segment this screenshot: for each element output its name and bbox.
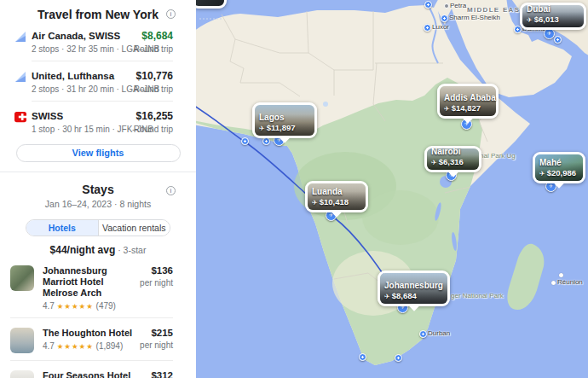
- flight-row[interactable]: SWISS 1 stop · 30 hr 15 min · JFK–JNB $1…: [14, 110, 173, 135]
- destination-card-mahe[interactable]: Mahé ✈$20,986: [533, 152, 585, 183]
- destination-card-text: Luanda ✈$10,418: [312, 187, 349, 207]
- destination-card-nairobi[interactable]: Nairobi ✈$6,316: [424, 146, 481, 172]
- map-label-luxor: Luxor: [432, 23, 449, 31]
- plane-icon: ✈: [431, 159, 437, 166]
- destination-price: ✈$6,013: [527, 15, 559, 25]
- divider: [10, 360, 173, 361]
- flight-row[interactable]: United, Lufthansa 2 stops · 31 hr 20 min…: [14, 70, 173, 95]
- poi-marker-durban[interactable]: [419, 330, 427, 338]
- destination-card-text: Lagos ✈$11,897: [259, 113, 296, 133]
- poi-marker-capetown[interactable]: [359, 353, 366, 361]
- map-label-sharm: Sharm El-Sheikh: [449, 14, 500, 21]
- destination-name: Lagos: [259, 113, 296, 122]
- map-label-middle-east: MIDDLE EAST: [467, 6, 526, 14]
- destination-card-lagos[interactable]: Lagos ✈$11,897: [252, 102, 317, 138]
- poi-marker-coast[interactable]: [241, 137, 249, 145]
- review-count: (479): [96, 301, 116, 311]
- hotel-price-block: $136 per night: [140, 265, 173, 288]
- stays-tabbar: Hotels Vacation rentals: [26, 219, 170, 236]
- island-dot: [559, 273, 563, 277]
- map-label-kruger-park: ger National Park: [451, 292, 504, 299]
- destination-name: Mahé: [539, 158, 576, 167]
- divider: [32, 101, 173, 102]
- destination-card-text: Nairobi ✈$6,316: [431, 147, 464, 167]
- destination-card-text: Johannesburg ✈$8,684: [384, 281, 443, 301]
- hotel-name: Johannesburg Marriott Hotel Melrose Arch: [43, 265, 140, 299]
- plane-icon: ✈: [259, 125, 265, 132]
- star-icons: ★★★★★: [57, 302, 94, 311]
- flight-airlines: SWISS: [32, 110, 134, 122]
- destination-price: ✈$11,897: [259, 123, 296, 133]
- hotel-name: The Houghton Hotel: [43, 328, 140, 339]
- price-value: $6,013: [534, 15, 559, 24]
- tab-hotels[interactable]: Hotels: [26, 220, 99, 236]
- hotel-info: Johannesburg Marriott Hotel Melrose Arch…: [43, 265, 140, 311]
- hotel-rating: 4.7 ★★★★★ (479): [43, 301, 140, 311]
- map-label-park-ug: nal Park Ug: [480, 152, 516, 160]
- flight-info: SWISS 1 stop · 30 hr 15 min · JFK–JNB: [32, 110, 134, 135]
- destination-card-dubai[interactable]: Dubai ✈$6,013: [520, 3, 586, 30]
- flight-price: $16,255: [134, 110, 173, 122]
- destination-price: ✈$20,986: [539, 168, 576, 178]
- stays-section: Stays i Jan 16–24, 2023 · 8 nights Hotel…: [0, 172, 196, 378]
- hotel-price: $136: [140, 265, 173, 276]
- destination-price: ✈$8,684: [384, 291, 443, 301]
- left-panel: Travel from New York i Air Canada, SWISS…: [0, 0, 196, 378]
- plane-icon: ✈: [444, 105, 450, 113]
- price-value: $10,418: [320, 197, 349, 206]
- flights-header: Travel from New York i: [0, 0, 196, 21]
- destination-card-johannesburg[interactable]: Johannesburg ✈$8,684: [378, 270, 450, 306]
- price-value: $20,986: [547, 168, 576, 177]
- stay-dates: Jan 16–24, 2023 · 8 nights: [0, 199, 196, 209]
- map-canvas[interactable]: Petra MIDDLE EAST Sharm El-Sheikh Luxor …: [196, 0, 588, 378]
- flight-trip-type: Round trip: [134, 44, 173, 55]
- destination-card-text: Mahé ✈$20,986: [539, 158, 576, 178]
- destination-card-luanda[interactable]: Luanda ✈$10,418: [305, 181, 368, 212]
- destination-name: Addis Ababa: [444, 93, 496, 102]
- flight-price-block: $16,255 Round trip: [134, 110, 173, 135]
- hotel-photo: [10, 328, 34, 353]
- flight-price: $8,684: [134, 30, 173, 42]
- rating-value: 4.7: [43, 301, 55, 311]
- avg-price-line: $44/night avg · 3-star: [0, 244, 196, 256]
- info-icon[interactable]: i: [166, 186, 176, 195]
- hotel-name: Four Seasons Hotel The Westcliff, Johann…: [43, 370, 140, 378]
- destination-card-cutoff[interactable]: [196, 0, 227, 9]
- destination-name: Dubai: [527, 4, 559, 14]
- flight-price-block: $10,776 Round trip: [134, 70, 173, 95]
- airline-tail-icon: [14, 31, 26, 43]
- destination-name: Nairobi: [431, 147, 464, 156]
- hotel-photo: [10, 370, 34, 378]
- destination-card-text: Addis Ababa ✈$14,827: [444, 93, 496, 113]
- poi-marker[interactable]: [424, 1, 432, 9]
- hotel-price-block: $312 per night: [140, 370, 173, 378]
- hotel-row[interactable]: Four Seasons Hotel The Westcliff, Johann…: [10, 370, 173, 378]
- flight-row[interactable]: Air Canada, SWISS 2 stops · 32 hr 35 min…: [14, 30, 173, 55]
- poi-marker[interactable]: [395, 354, 402, 362]
- price-value: $6,316: [439, 157, 464, 166]
- view-flights-button[interactable]: View flights: [16, 144, 181, 162]
- poi-marker-dammam[interactable]: [514, 26, 522, 33]
- price-value: $14,827: [452, 103, 481, 113]
- flight-price: $10,776: [134, 70, 173, 82]
- review-count: (1,894): [96, 341, 124, 351]
- destination-card-addis-ababa[interactable]: Addis Ababa ✈$14,827: [437, 84, 499, 119]
- plane-icon: ✈: [539, 170, 545, 177]
- plane-icon: ✈: [384, 293, 390, 300]
- tab-vacation-rentals[interactable]: Vacation rentals: [99, 220, 170, 236]
- hotel-info: Four Seasons Hotel The Westcliff, Johann…: [43, 370, 140, 378]
- hotel-row[interactable]: Johannesburg Marriott Hotel Melrose Arch…: [10, 265, 173, 311]
- poi-marker-gulf[interactable]: [554, 36, 562, 44]
- map-label-reunion: Réunion: [557, 278, 583, 286]
- flight-price-block: $8,684 Round trip: [134, 30, 173, 55]
- poi-marker-luxor[interactable]: [424, 24, 431, 32]
- hotel-price-block: $215 per night: [140, 328, 173, 350]
- hotel-photo: [10, 265, 34, 291]
- hotel-row[interactable]: The Houghton Hotel 4.7 ★★★★★ (1,894) $21…: [10, 328, 173, 353]
- info-icon[interactable]: i: [166, 9, 176, 19]
- stays-header: Stays i Jan 16–24, 2023 · 8 nights: [0, 172, 196, 209]
- island-dot: [551, 281, 556, 285]
- poi-marker-coast[interactable]: [262, 137, 270, 145]
- poi-marker-sharm[interactable]: [441, 15, 448, 22]
- flight-airlines: Air Canada, SWISS: [32, 30, 134, 42]
